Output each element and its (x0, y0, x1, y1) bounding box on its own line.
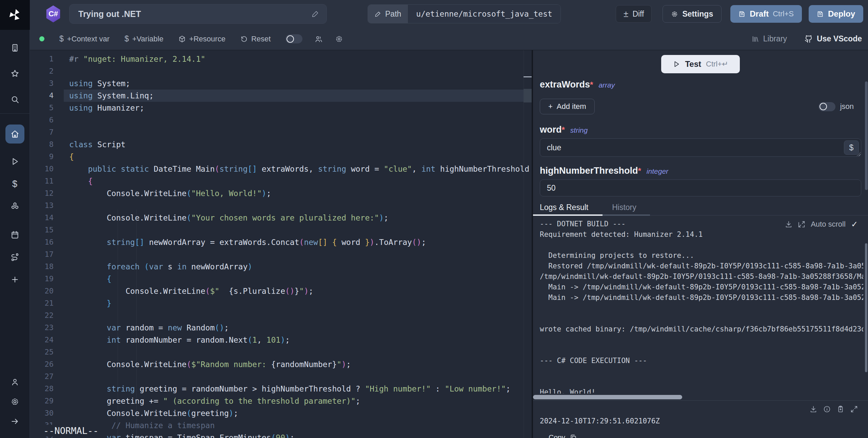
line-number: 29 (30, 395, 64, 407)
code-line[interactable]: 14 Console.WriteLine("Your chosen words … (30, 212, 532, 224)
plus-icon (11, 275, 19, 284)
sidebar-item-resources[interactable] (11, 202, 19, 211)
script-title-field[interactable]: Trying out .NET (69, 4, 327, 24)
copy-icon (570, 434, 577, 438)
code-line[interactable]: 20 Console.WriteLine($" {s.Pluralize()}"… (30, 285, 532, 297)
maximize-icon[interactable] (850, 405, 858, 413)
sidebar-item-account[interactable] (11, 378, 19, 386)
toggle-knob (287, 35, 294, 43)
sidebar-bottom-group (11, 378, 19, 438)
code-line[interactable]: 12 Console.WriteLine("Hello, World!"); (30, 187, 532, 199)
resize-handle[interactable] (856, 152, 861, 156)
code-line[interactable]: 26 Console.WriteLine($"Random number: {r… (30, 358, 532, 370)
download-icon[interactable] (810, 405, 817, 413)
sidebar-item-settings[interactable] (11, 397, 19, 406)
code-line[interactable]: 28 string greeting = randomNumber > high… (30, 383, 532, 395)
threshold-input[interactable] (540, 179, 861, 196)
code-line[interactable]: 5using Humanizer; (30, 102, 532, 114)
code-line[interactable]: 23 var random = new Random(); (30, 322, 532, 334)
code-line[interactable]: 17 (30, 248, 532, 261)
add-resource-button[interactable]: +Resource (178, 35, 225, 43)
library-label: Library (763, 34, 787, 43)
code-line[interactable]: 9{ (30, 151, 532, 163)
editor-settings-button[interactable] (335, 35, 343, 43)
autoscroll-checkbox[interactable]: ✓ (851, 220, 858, 229)
multiplayer-button[interactable] (315, 35, 323, 43)
clipboard-icon[interactable] (837, 405, 844, 413)
code-line[interactable]: 30 Console.WriteLine(greeting); (30, 407, 532, 419)
info-icon[interactable] (823, 405, 831, 413)
edit-title-pencil-icon[interactable] (312, 10, 319, 18)
logs-vertical-scrollbar[interactable] (865, 243, 867, 372)
expand-icon[interactable] (798, 221, 805, 228)
line-number: 6 (30, 114, 64, 126)
line-number: 30 (30, 407, 64, 419)
add-context-var-button[interactable]: $ +Context var (59, 34, 110, 43)
code-line[interactable]: 4using System.Linq; (30, 90, 532, 102)
download-icon[interactable] (785, 221, 792, 228)
sidebar-item-favorites[interactable] (11, 69, 19, 78)
toggle-knob (820, 103, 827, 110)
code-line[interactable]: 13 (30, 199, 532, 212)
copy-result-button[interactable]: Copy (549, 433, 577, 438)
code-line[interactable]: 32 var timespan = TimeSpan.FromMinutes(9… (30, 432, 532, 438)
sidebar-item-collapse[interactable] (11, 417, 19, 426)
code-line[interactable]: 25 (30, 346, 532, 358)
code-line[interactable]: 21 } (30, 297, 532, 309)
sidebar-item-home[interactable] (5, 125, 24, 144)
calendar-icon (11, 230, 19, 239)
arrow-right-icon (11, 417, 19, 426)
code-line[interactable]: 6 (30, 114, 532, 126)
code-line[interactable]: 16 string[] newWordArray = extraWords.Co… (30, 236, 532, 248)
add-variable-button[interactable]: $ +Variable (124, 34, 163, 43)
code-line[interactable]: 10 public static DateTime Main(string[] … (30, 163, 532, 175)
code-line[interactable]: 24 int randomNumber = random.Next(1, 101… (30, 334, 532, 346)
word-input[interactable] (540, 138, 861, 157)
logs-horizontal-scrollbar[interactable] (533, 395, 682, 399)
code-editor[interactable]: 1#r "nuget: Humanizer, 2.14.1"23using Sy… (30, 50, 532, 438)
code-line[interactable]: 19 { (30, 273, 532, 285)
code-line[interactable]: 29 greeting += " (according to the thres… (30, 395, 532, 407)
deploy-button[interactable]: Deploy (809, 5, 863, 23)
code-line[interactable]: 7 (30, 126, 532, 138)
add-item-button[interactable]: + Add item (540, 99, 595, 114)
json-toggle[interactable] (818, 102, 835, 111)
code-line[interactable]: 31 // Humanize a timespan (30, 419, 532, 432)
sidebar-item-runs[interactable] (11, 157, 19, 166)
arg-word-label-row: word* string (533, 125, 868, 135)
settings-button[interactable]: Settings (663, 5, 722, 23)
tab-history[interactable]: History (612, 203, 636, 212)
reset-button[interactable]: Reset (240, 35, 271, 43)
diff-button[interactable]: ± Diff (616, 5, 652, 23)
code-line[interactable]: 8class Script (30, 138, 532, 151)
windmill-logo[interactable] (0, 0, 30, 30)
sidebar-item-variables[interactable]: $ (11, 179, 19, 188)
use-vscode-button[interactable]: Use VScode (805, 34, 862, 43)
code-line[interactable]: 27 (30, 370, 532, 383)
code-line[interactable]: 2 (30, 65, 532, 77)
form-scrollbar[interactable] (865, 81, 868, 190)
sidebar-item-create[interactable] (11, 275, 19, 284)
logs-pane[interactable]: Auto scroll ✓ --- DOTNET BUILD --- Requi… (533, 215, 868, 400)
code-line[interactable]: 15 (30, 224, 532, 236)
line-number: 21 (30, 297, 64, 309)
code-line[interactable]: 1#r "nuget: Humanizer, 2.14.1" (30, 53, 532, 65)
overview-ruler[interactable] (524, 50, 532, 438)
sidebar-item-search[interactable] (11, 95, 19, 104)
sidebar-item-workspace[interactable] (11, 43, 19, 52)
code-line[interactable]: 18 foreach (var s in newWordArray) (30, 261, 532, 273)
test-button[interactable]: Test Ctrl+↵ (661, 55, 740, 73)
tab-logs-result[interactable]: Logs & Result (540, 203, 588, 212)
sidebar-item-schedules[interactable] (11, 230, 19, 239)
library-button[interactable]: Library (752, 34, 787, 43)
code-line[interactable]: 11 { (30, 175, 532, 187)
copy-label: Copy (549, 433, 565, 438)
sidebar-item-flows[interactable] (11, 253, 19, 262)
code-line[interactable]: 22 (30, 309, 532, 322)
path-value[interactable]: u/etienne/microsoft_java_test (408, 5, 560, 23)
draft-button[interactable]: Draft Ctrl+S (730, 5, 802, 23)
code-line[interactable]: 3using System; (30, 77, 532, 90)
diff-mode-toggle[interactable] (285, 34, 302, 43)
path-field[interactable]: Path u/etienne/microsoft_java_test (368, 4, 561, 23)
line-number: 1 (30, 53, 64, 65)
